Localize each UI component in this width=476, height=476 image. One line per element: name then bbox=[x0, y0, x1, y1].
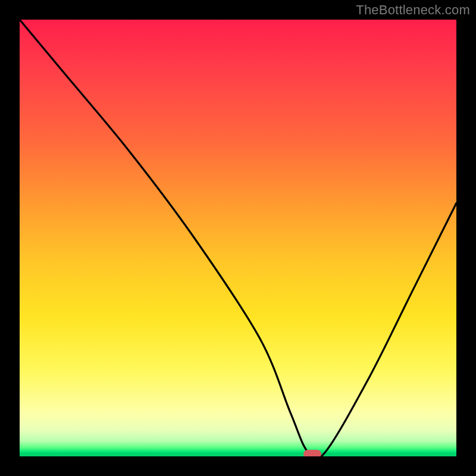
attribution-text: TheBottleneck.com bbox=[356, 2, 470, 18]
optimum-marker-icon bbox=[303, 450, 321, 456]
plot-area bbox=[20, 20, 456, 456]
curve-layer bbox=[20, 20, 456, 456]
chart-frame: TheBottleneck.com bbox=[0, 0, 476, 476]
curve-path bbox=[20, 20, 456, 456]
